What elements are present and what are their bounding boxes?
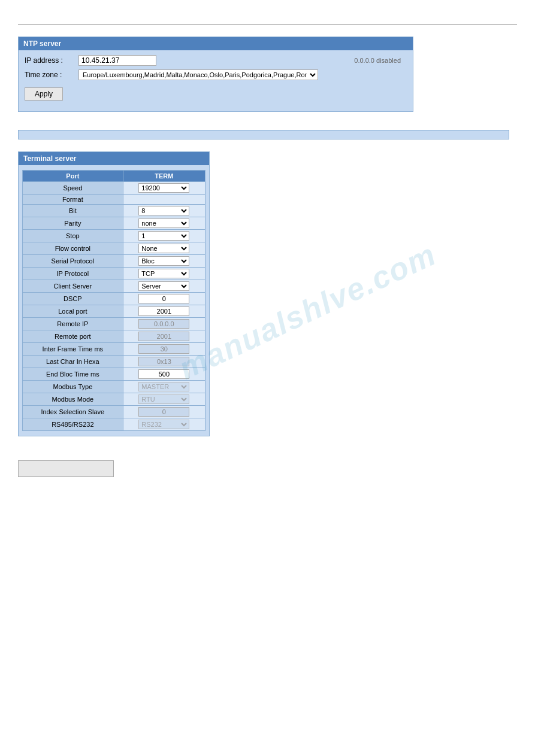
row-label-remote-ip: Remote IP	[23, 318, 123, 330]
local-port-input[interactable]	[138, 306, 189, 316]
flow-select[interactable]: None	[138, 244, 189, 253]
ntp-ip-label: IP address :	[25, 56, 78, 65]
client-server-select[interactable]: Server	[138, 281, 189, 291]
dscp-input[interactable]	[138, 294, 189, 303]
ntp-title: NTP server	[23, 40, 61, 48]
row-label-ip-protocol: IP Protocol	[23, 268, 123, 280]
ntp-header: NTP server	[19, 37, 413, 50]
table-row: Remote port	[23, 330, 205, 343]
row-label-parity: Parity	[23, 217, 123, 230]
ntp-section: NTP server IP address : 0.0.0.0 disabled…	[18, 37, 413, 112]
ntp-timezone-label: Time zone :	[25, 71, 78, 79]
col-term: TERM	[123, 171, 205, 182]
terminal-table: Port TERM Speed 19200 Format	[22, 170, 205, 431]
end-bloc-input[interactable]	[138, 369, 189, 379]
table-row: Inter Frame Time ms	[23, 343, 205, 356]
table-row: End Bloc Time ms	[23, 368, 205, 381]
watermark: manualshlve.com	[173, 236, 442, 386]
terminal-body: Port TERM Speed 19200 Format	[19, 165, 209, 436]
row-label-local-port: Local port	[23, 305, 123, 318]
row-value-last-char	[123, 356, 205, 368]
row-value-flow[interactable]: None	[123, 242, 205, 255]
table-row: DSCP	[23, 293, 205, 305]
row-label-modbus-mode: Modbus Mode	[23, 393, 123, 406]
row-value-ip-protocol[interactable]: TCP	[123, 268, 205, 280]
table-row: Serial Protocol Bloc	[23, 255, 205, 268]
row-label-rs485: RS485/RS232	[23, 418, 123, 431]
row-value-remote-port	[123, 330, 205, 343]
col-port: Port	[23, 171, 123, 182]
bottom-button[interactable]	[18, 460, 114, 477]
table-row: Modbus Type MASTER	[23, 381, 205, 393]
terminal-header: Terminal server	[19, 152, 209, 165]
ntp-timezone-select[interactable]: Europe/Luxembourg,Madrid,Malta,Monaco,Os…	[78, 69, 318, 80]
row-value-index-slave	[123, 406, 205, 418]
serial-select[interactable]: Bloc	[138, 256, 189, 266]
modbus-mode-select: RTU	[138, 394, 189, 404]
row-value-stop[interactable]: 1	[123, 230, 205, 242]
row-label-modbus-type: Modbus Type	[23, 381, 123, 393]
table-row: Parity none	[23, 217, 205, 230]
table-row: Bit 8	[23, 205, 205, 217]
row-value-dscp[interactable]	[123, 293, 205, 305]
remote-ip-input	[138, 319, 189, 329]
table-row: Last Char In Hexa	[23, 356, 205, 368]
row-value-format	[123, 195, 205, 205]
ntp-timezone-row: Time zone : Europe/Luxembourg,Madrid,Mal…	[25, 69, 407, 80]
table-row: Stop 1	[23, 230, 205, 242]
speed-select[interactable]: 19200	[138, 183, 189, 193]
row-value-remote-ip	[123, 318, 205, 330]
table-row: IP Protocol TCP	[23, 268, 205, 280]
row-value-rs485: RS232	[123, 418, 205, 431]
apply-button[interactable]: Apply	[25, 87, 63, 101]
row-value-serial[interactable]: Bloc	[123, 255, 205, 268]
bit-select[interactable]: 8	[138, 206, 189, 215]
ntp-body: IP address : 0.0.0.0 disabled Time zone …	[19, 50, 413, 111]
parity-select[interactable]: none	[138, 218, 189, 228]
row-label-index-slave: Index Selection Slave	[23, 406, 123, 418]
table-row: Modbus Mode RTU	[23, 393, 205, 406]
ntp-ip-input[interactable]	[78, 55, 156, 66]
terminal-section: Terminal server Port TERM Speed 19200	[18, 151, 210, 436]
terminal-title: Terminal server	[23, 154, 77, 163]
row-value-parity[interactable]: none	[123, 217, 205, 230]
row-label-speed: Speed	[23, 182, 123, 195]
index-slave-input	[138, 407, 189, 417]
row-label-last-char: Last Char In Hexa	[23, 356, 123, 368]
modbus-type-select: MASTER	[138, 382, 189, 391]
row-label-format: Format	[23, 195, 123, 205]
row-label-flow: Flow control	[23, 242, 123, 255]
row-label-serial: Serial Protocol	[23, 255, 123, 268]
row-label-stop: Stop	[23, 230, 123, 242]
row-label-dscp: DSCP	[23, 293, 123, 305]
row-label-remote-port: Remote port	[23, 330, 123, 343]
ip-protocol-select[interactable]: TCP	[138, 269, 189, 278]
ntp-disabled-text: 0.0.0.0 disabled	[354, 57, 407, 64]
table-row: Local port	[23, 305, 205, 318]
row-value-end-bloc[interactable]	[123, 368, 205, 381]
ntp-apply-row: Apply	[25, 84, 407, 101]
row-value-local-port[interactable]	[123, 305, 205, 318]
rs485-select: RS232	[138, 420, 189, 429]
inter-frame-input	[138, 344, 189, 354]
row-value-speed[interactable]: 19200	[123, 182, 205, 195]
table-row: RS485/RS232 RS232	[23, 418, 205, 431]
table-row: Remote IP	[23, 318, 205, 330]
stop-select[interactable]: 1	[138, 231, 189, 241]
table-row: Index Selection Slave	[23, 406, 205, 418]
ntp-ip-row: IP address : 0.0.0.0 disabled	[25, 55, 407, 66]
row-value-modbus-type: MASTER	[123, 381, 205, 393]
row-value-inter-frame	[123, 343, 205, 356]
remote-port-input	[138, 332, 189, 341]
last-char-input	[138, 357, 189, 366]
table-row: Flow control None	[23, 242, 205, 255]
table-row: Client Server Server	[23, 280, 205, 293]
section-separator	[18, 130, 509, 139]
row-label-end-bloc: End Bloc Time ms	[23, 368, 123, 381]
row-label-bit: Bit	[23, 205, 123, 217]
table-row: Format	[23, 195, 205, 205]
row-value-bit[interactable]: 8	[123, 205, 205, 217]
row-value-modbus-mode: RTU	[123, 393, 205, 406]
row-label-client-server: Client Server	[23, 280, 123, 293]
row-value-client-server[interactable]: Server	[123, 280, 205, 293]
